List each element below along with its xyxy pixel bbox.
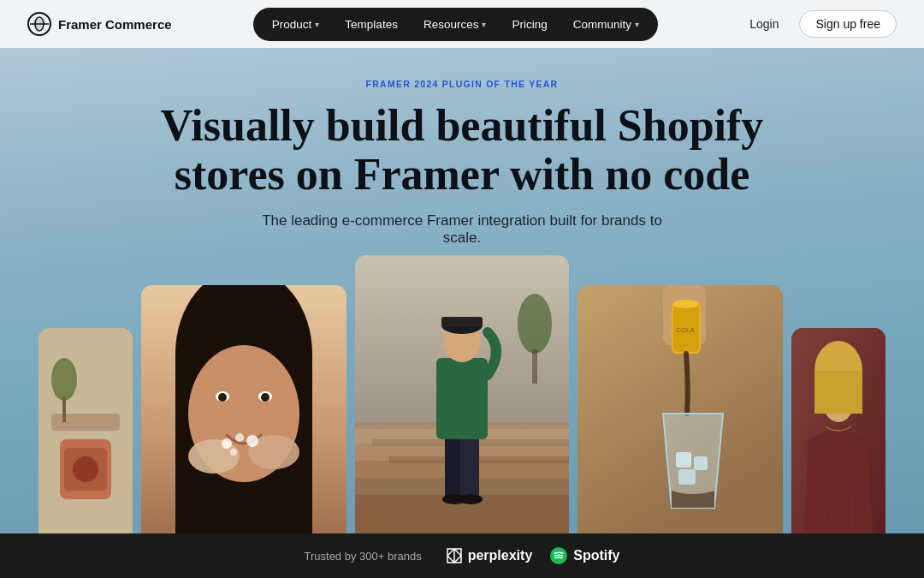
logo[interactable]: Framer Commerce: [27, 12, 172, 36]
spotify-icon: [549, 546, 568, 565]
brand-logos: perplexity Spotify: [446, 546, 620, 565]
nav-item-pricing[interactable]: Pricing: [500, 13, 559, 36]
svg-rect-6: [62, 396, 66, 422]
login-button[interactable]: Login: [739, 12, 789, 36]
card-drink-image: COLA: [578, 285, 783, 533]
svg-rect-4: [51, 414, 120, 431]
svg-point-9: [73, 456, 98, 482]
svg-point-24: [230, 449, 237, 456]
brand-name: Framer Commerce: [58, 17, 172, 32]
svg-rect-41: [441, 317, 483, 327]
hero-badge: FRAMER 2024 PLUGIN OF THE YEAR: [366, 79, 559, 89]
logo-icon: [27, 12, 51, 36]
cards-row: COLA: [0, 255, 924, 533]
svg-rect-43: [532, 349, 537, 384]
svg-line-67: [454, 556, 461, 563]
spotify-brand: Spotify: [549, 546, 619, 565]
svg-rect-35: [460, 431, 479, 499]
chevron-down-icon: ▾: [635, 20, 639, 29]
chevron-down-icon: ▾: [315, 20, 319, 29]
svg-line-64: [447, 549, 454, 556]
nav-item-resources[interactable]: Resources ▾: [412, 13, 499, 36]
svg-rect-52: [694, 456, 708, 470]
perplexity-brand: perplexity: [446, 547, 533, 564]
card-product-image: [38, 328, 133, 533]
svg-point-16: [218, 393, 227, 402]
svg-point-37: [459, 494, 483, 504]
svg-rect-53: [678, 469, 696, 485]
svg-point-21: [222, 438, 232, 449]
navbar: Framer Commerce Product ▾ Templates Reso…: [0, 0, 924, 48]
chevron-down-icon: ▾: [482, 20, 486, 29]
svg-point-23: [246, 435, 258, 447]
footer-bar: Trusted by 300+ brands perplexity Spotif…: [0, 533, 924, 578]
svg-rect-51: [676, 452, 691, 468]
trusted-text: Trusted by 300+ brands: [305, 550, 422, 563]
card-fashion: [355, 255, 569, 533]
card-shirt: [791, 328, 886, 533]
svg-text:COLA: COLA: [676, 326, 695, 334]
svg-point-5: [51, 358, 77, 401]
perplexity-label: perplexity: [468, 548, 533, 563]
nav-item-community[interactable]: Community ▾: [561, 13, 651, 36]
hero-subtitle: The leading e-commerce Framer integratio…: [248, 212, 676, 247]
nav-menu: Product ▾ Templates Resources ▾ Pricing …: [253, 8, 658, 41]
svg-point-22: [235, 433, 244, 442]
svg-line-65: [454, 549, 461, 556]
spotify-label: Spotify: [573, 548, 619, 563]
svg-point-42: [518, 294, 552, 354]
card-drink: COLA: [578, 285, 783, 533]
card-beauty: [141, 285, 346, 533]
card-shirt-image: [791, 328, 886, 533]
svg-line-66: [447, 556, 454, 563]
card-fashion-image: [355, 255, 569, 533]
hero-section: FRAMER 2024 PLUGIN OF THE YEAR Visually …: [0, 48, 924, 533]
svg-point-49: [673, 300, 699, 308]
card-beauty-image: [141, 285, 346, 533]
svg-point-19: [188, 439, 240, 474]
nav-item-product[interactable]: Product ▾: [260, 13, 332, 36]
card-product: [38, 328, 133, 533]
hero-title: Visually build beautiful Shopify stores …: [154, 101, 770, 199]
nav-item-templates[interactable]: Templates: [333, 13, 410, 36]
svg-rect-38: [436, 358, 488, 439]
navbar-auth: Login Sign up free: [739, 10, 897, 38]
svg-point-18: [261, 393, 270, 402]
svg-rect-61: [814, 371, 862, 414]
signup-button[interactable]: Sign up free: [799, 10, 897, 38]
perplexity-icon: [446, 547, 463, 564]
